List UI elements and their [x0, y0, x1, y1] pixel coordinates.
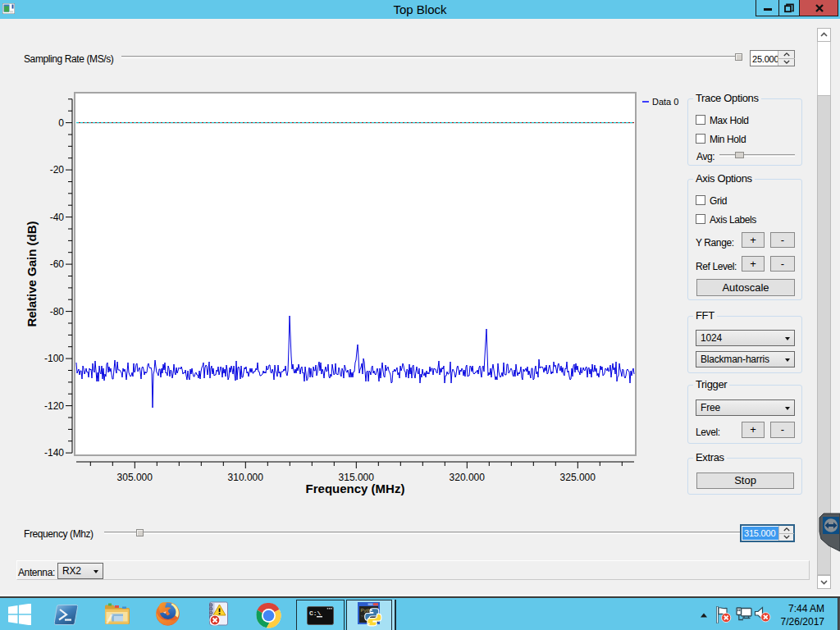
svg-text:320.000: 320.000 — [450, 472, 486, 483]
svg-text:-60: -60 — [50, 258, 65, 270]
svg-text:325.000: 325.000 — [560, 472, 596, 483]
svg-text:-140: -140 — [44, 447, 64, 459]
svg-text:310.000: 310.000 — [228, 472, 264, 483]
svg-text:-40: -40 — [50, 212, 65, 223]
svg-text:C:\: C:\ — [309, 609, 322, 617]
svg-text:305.000: 305.000 — [117, 472, 153, 483]
svg-text:Relative Gain (dB): Relative Gain (dB) — [25, 221, 39, 326]
svg-text:-20: -20 — [50, 164, 65, 176]
svg-text:-100: -100 — [44, 353, 64, 364]
svg-text:-80: -80 — [50, 306, 65, 317]
svg-text:0: 0 — [58, 117, 64, 129]
svg-text:-120: -120 — [44, 400, 64, 412]
svg-text:Data 0: Data 0 — [652, 97, 678, 107]
svg-text:Frequency (MHz): Frequency (MHz) — [306, 482, 405, 495]
